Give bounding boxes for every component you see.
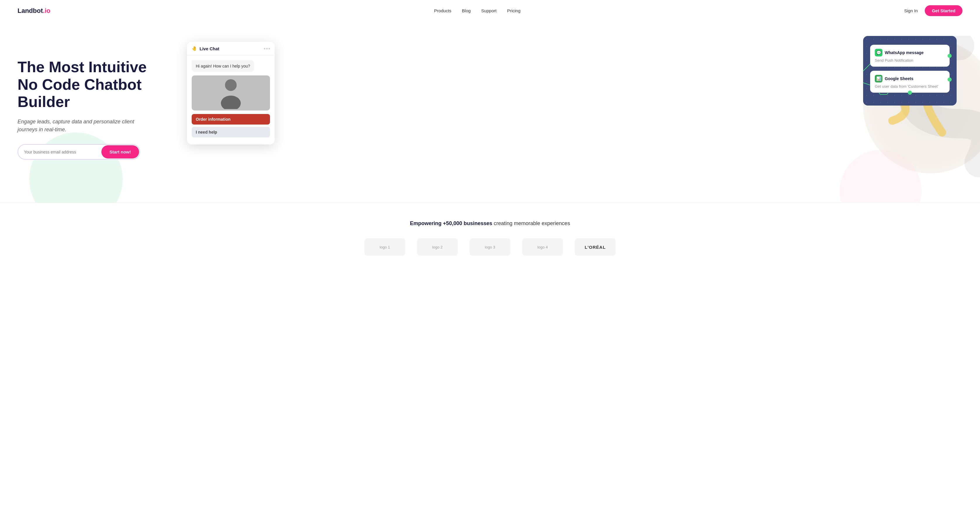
chatbot-body: Hi again! How can I help you? Order info… [187, 56, 275, 145]
sheets-icon: 📊 [875, 75, 882, 83]
whatsapp-brand: WhatsApp [885, 50, 905, 55]
logo-2: logo 2 [417, 238, 458, 256]
i-need-help-button[interactable]: I need help [192, 127, 270, 137]
whatsapp-icon: 💬 [875, 49, 882, 56]
hero-left: The Most Intuitive No Code Chatbot Build… [18, 59, 164, 159]
svg-point-0 [225, 79, 237, 91]
logo-loreal: L'ORÉAL [575, 238, 616, 256]
live-chat-icon: 🤚 [192, 46, 197, 51]
hero-form: Start now! [18, 144, 140, 159]
google-sheets-card: 📊 Google Sheets Get user data from 'Cust… [870, 71, 950, 93]
hero-subtitle: Engage leads, capture data and personali… [18, 118, 140, 134]
sheets-card-title: 📊 Google Sheets [875, 75, 945, 83]
dot2 [266, 48, 268, 49]
logo-4: logo 4 [522, 238, 563, 256]
live-chat-label: Live Chat [200, 46, 220, 51]
logo-1: logo 1 [364, 238, 405, 256]
logo[interactable]: Landbot.io [18, 7, 50, 14]
start-now-button[interactable]: Start now! [102, 145, 139, 158]
get-started-button[interactable]: Get Started [925, 5, 963, 16]
nav-blog[interactable]: Blog [462, 8, 471, 13]
person-silhouette-icon [219, 77, 242, 109]
push-notification-label: Send Push Notification [875, 58, 945, 62]
nav-products[interactable]: Products [434, 8, 452, 13]
whatsapp-msg: message [906, 50, 924, 55]
logo-text: Landbot.io [18, 7, 50, 14]
chatbot-header: 🤚 Live Chat [187, 42, 275, 56]
nav-right: Sign In Get Started [904, 5, 963, 16]
dot1 [264, 48, 265, 49]
email-input[interactable] [18, 146, 101, 158]
tagline-rest: creating memorable experiences [494, 220, 570, 226]
chatbot-menu-dots[interactable] [264, 48, 270, 49]
bottom-tagline: Empowering +50,000 businesses creating m… [18, 220, 963, 226]
connector-dot-whatsapp [948, 54, 952, 58]
flow-panel: 💬 WhatsApp message Send Push Notificatio… [863, 36, 957, 105]
sheets-label: Google Sheets [885, 76, 913, 81]
nav-support[interactable]: Support [481, 8, 497, 13]
nav-pricing[interactable]: Pricing [507, 8, 520, 13]
nav-links: Products Blog Support Pricing [434, 8, 521, 13]
logo-3: logo 3 [469, 238, 511, 256]
connector-dot-sheets-bottom [908, 91, 912, 95]
whatsapp-label: WhatsApp message [885, 50, 924, 55]
connector-dot-sheets-right [948, 78, 952, 81]
logos-row: logo 1 logo 2 logo 3 logo 4 L'ORÉAL [18, 238, 963, 256]
whatsapp-card: 💬 WhatsApp message Send Push Notificatio… [870, 45, 950, 67]
svg-point-1 [221, 96, 241, 109]
hero-section: The Most Intuitive No Code Chatbot Build… [0, 21, 980, 202]
bottom-section: Empowering +50,000 businesses creating m… [0, 202, 980, 267]
chatbot-header-left: 🤚 Live Chat [192, 46, 220, 51]
chat-person-image [192, 75, 270, 110]
logo-tld: .io [43, 7, 51, 14]
tagline-bold: Empowering +50,000 businesses [410, 220, 492, 226]
navbar: Landbot.io Products Blog Support Pricing… [0, 0, 980, 21]
dot3 [269, 48, 270, 49]
order-information-button[interactable]: Order information [192, 114, 270, 124]
sheets-subtitle: Get user data from 'Customers Sheet' [875, 84, 945, 89]
sign-in-button[interactable]: Sign In [904, 8, 918, 13]
hero-title: The Most Intuitive No Code Chatbot Build… [18, 59, 164, 111]
hero-illustration: 🤚 Live Chat Hi again! How can I help you… [164, 33, 963, 185]
chatbot-window: 🤚 Live Chat Hi again! How can I help you… [187, 42, 275, 145]
chat-bubble: Hi again! How can I help you? [192, 60, 254, 72]
whatsapp-card-title: 💬 WhatsApp message [875, 49, 945, 56]
